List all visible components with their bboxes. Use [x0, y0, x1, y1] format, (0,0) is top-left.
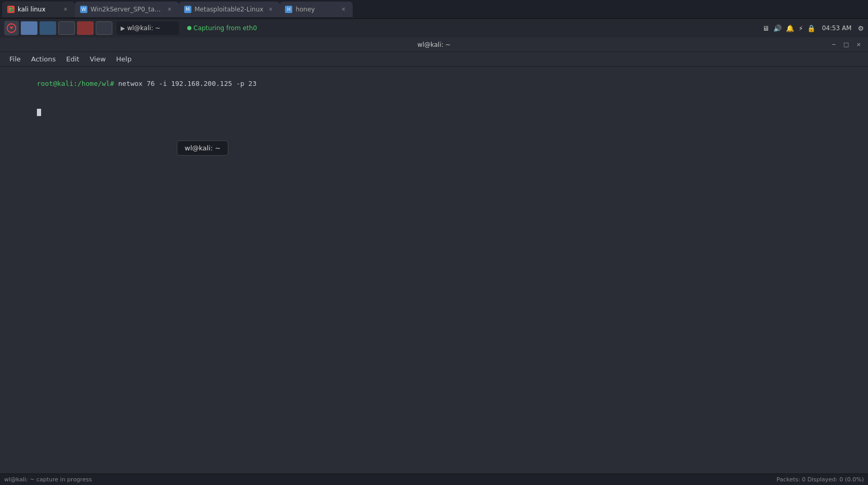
taskbar-icon-2[interactable] [40, 21, 56, 35]
tab-label-meta: Metasploitable2-Linux [195, 6, 263, 13]
terminal-command: netwox 76 -i 192.168.200.125 -p 23 [114, 80, 256, 87]
status-left: wl@kali: ~ capture in progress [4, 476, 92, 483]
tooltip-popup: wl@kali: ~ [177, 141, 228, 156]
capturing-indicator: Capturing from eth0 [187, 24, 257, 32]
tray-icon-bell[interactable]: 🔔 [786, 24, 794, 32]
menu-view[interactable]: View [84, 53, 111, 65]
main-container: 🐉 kali linux × W Win2kServer_SP0_target … [0, 0, 868, 485]
kali-dragon-icon[interactable] [4, 21, 19, 35]
capturing-text: Capturing from eth0 [193, 24, 257, 32]
tab-icon-kali: 🐉 [7, 6, 15, 13]
tab-bar: 🐉 kali linux × W Win2kServer_SP0_target … [0, 0, 868, 19]
taskbar-icon-3[interactable] [58, 21, 75, 35]
location-bar[interactable]: ▶ wl@kali: ~ [116, 21, 179, 35]
tab-icon-win2k: W [80, 6, 87, 13]
terminal-icon: ▶ [121, 25, 125, 32]
window-title: wl@kali: ~ [418, 41, 451, 48]
window-controls: − □ × [828, 40, 864, 50]
maximize-button[interactable]: □ [841, 40, 851, 50]
minimize-button[interactable]: − [828, 40, 839, 50]
tab-label-kali: kali linux [18, 6, 58, 13]
terminal-command-line: root@kali:/home/wl# netwox 76 -i 192.168… [4, 70, 864, 98]
taskbar-icon-1[interactable] [21, 21, 37, 35]
tab-close-win2k[interactable]: × [165, 5, 174, 14]
menu-file[interactable]: File [4, 53, 26, 65]
tab-close-meta[interactable]: × [266, 5, 275, 14]
tab-close-kali[interactable]: × [61, 5, 70, 14]
tab-label-win2k: Win2kServer_SP0_target [90, 6, 162, 13]
taskbar-icon-5[interactable] [96, 21, 112, 35]
close-button[interactable]: × [853, 40, 864, 50]
tab-icon-honey: H [285, 6, 292, 13]
tab-label-honey: honey [295, 6, 336, 13]
terminal-prompt: root@kali:/home/wl# [37, 80, 114, 87]
tab-kali-linux[interactable]: 🐉 kali linux × [2, 2, 75, 17]
menu-bar: File Actions Edit View Help [0, 52, 868, 67]
tray-icon-settings[interactable]: ⚙ [858, 24, 864, 32]
taskbar-icon-4[interactable] [77, 21, 94, 35]
terminal-cursor [37, 109, 41, 116]
tray-icon-display[interactable]: 🖥 [762, 24, 769, 32]
terminal-overlay[interactable]: root@kali:/home/wl# netwox 76 -i 192.168… [0, 67, 868, 485]
system-tray: 🖥 🔊 🔔 ⚡ 🔒 04:53 AM ⚙ [762, 24, 864, 32]
status-right: Packets: 0 Displayed: 0 (0.0%) [776, 476, 864, 483]
tray-icon-lock[interactable]: 🔒 [807, 24, 815, 32]
clock-display: 04:53 AM [822, 24, 851, 32]
tab-honey[interactable]: H honey × [280, 2, 353, 17]
tray-icon-power[interactable]: ⚡ [798, 24, 803, 32]
tray-icon-volume[interactable]: 🔊 [773, 24, 782, 32]
location-text: wl@kali: ~ [127, 24, 160, 32]
tab-win2k[interactable]: W Win2kServer_SP0_target × [75, 2, 179, 17]
tooltip-text: wl@kali: ~ [185, 144, 221, 152]
system-toolbar: ▶ wl@kali: ~ Capturing from eth0 🖥 🔊 🔔 ⚡… [0, 19, 868, 37]
menu-help[interactable]: Help [111, 53, 137, 65]
terminal-cursor-line [4, 98, 864, 127]
terminal-area: No.TimeSource DestinationProtocol Length… [0, 67, 868, 485]
menu-edit[interactable]: Edit [61, 53, 84, 65]
tab-icon-meta: M [184, 6, 191, 13]
status-bar: wl@kali: ~ capture in progress Packets: … [0, 474, 868, 485]
capture-dot [187, 26, 191, 30]
menu-actions[interactable]: Actions [26, 53, 61, 65]
tab-metasploitable[interactable]: M Metasploitable2-Linux × [179, 2, 280, 17]
tab-close-honey[interactable]: × [339, 5, 347, 14]
title-bar: wl@kali: ~ − □ × [0, 37, 868, 52]
